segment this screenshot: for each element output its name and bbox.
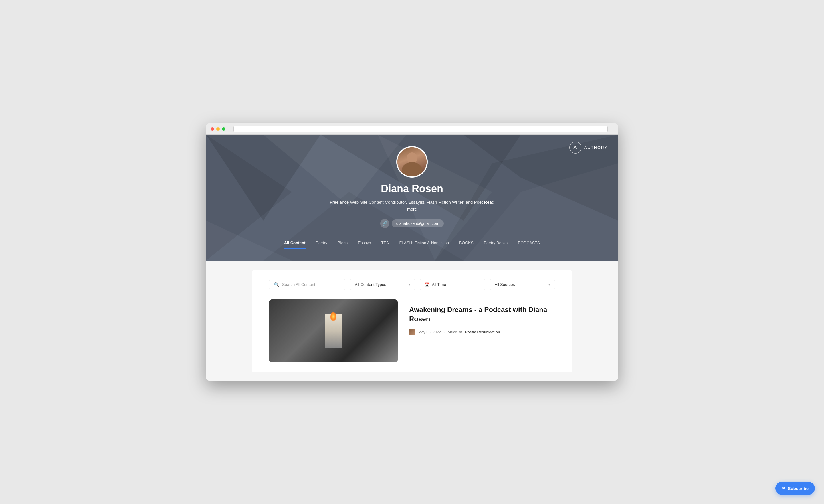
article-date: May 08, 2022 [418, 330, 441, 334]
user-name: Diana Rosen [381, 183, 443, 195]
article-separator: · [444, 330, 445, 334]
browser-chrome [206, 123, 618, 135]
article-meta: May 08, 2022 · Article at Poetic Resurre… [409, 329, 555, 335]
sources-label: All Sources [495, 282, 515, 287]
authory-logo-text: AUTHORY [584, 145, 608, 150]
article-info: Awakening Dreams - a Podcast with Diana … [409, 299, 555, 335]
subscribe-icon: ✉ [782, 486, 785, 491]
hero-section: A AUTHORY Diana Rosen Freelance Web Site… [206, 135, 618, 261]
article-type: Article at [447, 330, 462, 334]
avatar-image [397, 147, 427, 177]
calendar-icon: 📅 [425, 282, 429, 287]
user-bio: Freelance Web Site Content Contributor, … [326, 199, 498, 212]
chevron-down-icon-2: ▾ [548, 283, 550, 287]
authory-logo: A AUTHORY [570, 141, 608, 154]
close-button[interactable] [211, 127, 214, 131]
authory-logo-icon: A [570, 141, 581, 154]
article-card: Awakening Dreams - a Podcast with Diana … [269, 299, 555, 363]
article-source[interactable]: Poetic Resurrection [465, 330, 500, 334]
sources-dropdown[interactable]: All Sources ▾ [490, 279, 555, 290]
search-icon: 🔍 [274, 282, 279, 287]
browser-window: A AUTHORY Diana Rosen Freelance Web Site… [206, 123, 618, 381]
tab-poetry-books[interactable]: Poetry Books [479, 237, 513, 248]
content-area: 🔍 Search All Content All Content Types ▾… [206, 261, 618, 381]
tab-blogs[interactable]: Blogs [332, 237, 353, 248]
subscribe-button[interactable]: ✉ Subscribe [776, 482, 815, 495]
tab-books[interactable]: BOOKS [454, 237, 479, 248]
chevron-down-icon: ▾ [409, 283, 410, 287]
subscribe-label: Subscribe [788, 486, 809, 491]
minimize-button[interactable] [216, 127, 220, 131]
tab-poetry[interactable]: Poetry [311, 237, 332, 248]
tab-essays[interactable]: Essays [353, 237, 376, 248]
tab-podcasts[interactable]: PODCASTS [513, 237, 545, 248]
tab-flash[interactable]: FLASH: Fiction & Nonfiction [394, 237, 454, 248]
filter-bar: 🔍 Search All Content All Content Types ▾… [269, 279, 555, 290]
search-field[interactable]: 🔍 Search All Content [269, 279, 345, 290]
content-types-dropdown[interactable]: All Content Types ▾ [350, 279, 415, 290]
maximize-button[interactable] [222, 127, 225, 131]
article-thumbnail[interactable] [269, 299, 398, 363]
search-placeholder: Search All Content [282, 282, 315, 287]
date-filter[interactable]: 📅 All Time [420, 279, 485, 290]
tab-tea[interactable]: TEA [376, 237, 394, 248]
date-label: All Time [432, 282, 446, 287]
source-icon [409, 329, 415, 335]
address-bar[interactable] [233, 125, 608, 132]
email-display: dianalrosen@gmail.com [392, 219, 444, 227]
article-title[interactable]: Awakening Dreams - a Podcast with Diana … [409, 305, 555, 324]
avatar-container [396, 146, 428, 178]
tab-all-content[interactable]: All Content [279, 237, 311, 248]
avatar [396, 146, 428, 178]
nav-tabs: All Content Poetry Blogs Essays TEA FLAS… [212, 237, 612, 248]
article-image-content [269, 299, 398, 363]
hero-email-row: 🔗 dianalrosen@gmail.com [380, 219, 444, 228]
link-icon: 🔗 [380, 219, 389, 228]
content-types-label: All Content Types [355, 282, 386, 287]
content-card: 🔍 Search All Content All Content Types ▾… [252, 270, 572, 372]
